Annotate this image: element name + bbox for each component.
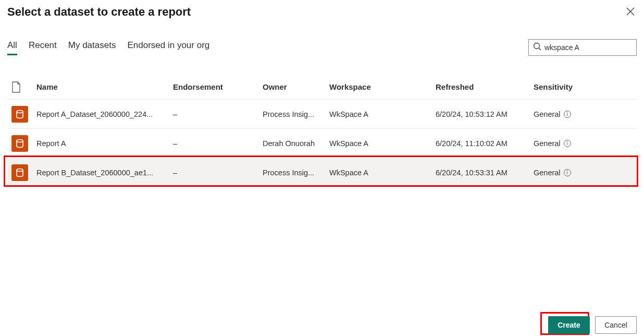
cell-endorsement: – xyxy=(173,169,263,177)
col-header-workspace[interactable]: Workspace xyxy=(329,82,436,91)
cell-workspace: WkSpace A xyxy=(329,110,436,118)
search-box[interactable] xyxy=(528,39,637,56)
col-header-refreshed[interactable]: Refreshed xyxy=(436,82,534,91)
col-header-endorsement[interactable]: Endorsement xyxy=(173,82,263,91)
svg-line-3 xyxy=(539,48,541,50)
cell-refreshed: 6/20/24, 10:53:12 AM xyxy=(436,110,534,118)
info-icon[interactable]: i xyxy=(564,111,571,118)
dialog-title: Select a dataset to create a report xyxy=(7,5,191,19)
cell-workspace: WkSpace A xyxy=(329,139,436,148)
cell-name: Report A_Dataset_2060000_224... xyxy=(36,110,173,118)
svg-point-2 xyxy=(534,43,540,49)
dataset-icon xyxy=(11,164,28,181)
table-row[interactable]: Report B_Dataset_2060000_ae1... – Proces… xyxy=(7,158,637,187)
tab-all[interactable]: All xyxy=(7,40,17,55)
cell-sensitivity: General i xyxy=(534,110,637,118)
cell-sensitivity: General i xyxy=(534,169,637,177)
tab-endorsed[interactable]: Endorsed in your org xyxy=(127,40,209,55)
info-icon[interactable]: i xyxy=(564,169,571,176)
create-button[interactable]: Create xyxy=(548,316,590,334)
tab-my-datasets[interactable]: My datasets xyxy=(68,40,116,55)
info-icon[interactable]: i xyxy=(564,140,571,147)
col-header-name[interactable]: Name xyxy=(36,82,173,91)
cell-workspace: WkSpace A xyxy=(329,169,436,177)
col-header-sensitivity[interactable]: Sensitivity xyxy=(534,82,637,91)
cell-owner: Process Insig... xyxy=(263,110,329,118)
file-icon xyxy=(7,81,36,93)
cell-sensitivity: General i xyxy=(534,139,637,148)
dataset-icon xyxy=(11,106,28,123)
search-icon xyxy=(533,42,541,53)
cell-refreshed: 6/20/24, 11:10:02 AM xyxy=(436,139,534,148)
table-row[interactable]: Report A_Dataset_2060000_224... – Proces… xyxy=(7,100,637,129)
cell-endorsement: – xyxy=(173,139,263,148)
search-input[interactable] xyxy=(544,43,636,52)
table-header: Name Endorsement Owner Workspace Refresh… xyxy=(7,75,637,100)
col-header-owner[interactable]: Owner xyxy=(263,82,329,91)
cell-name: Report A xyxy=(36,139,173,148)
tab-recent[interactable]: Recent xyxy=(29,40,57,55)
table-row[interactable]: Report A – Derah Onuorah WkSpace A 6/20/… xyxy=(7,129,637,158)
svg-point-6 xyxy=(17,169,23,171)
svg-point-4 xyxy=(17,110,23,113)
cancel-button[interactable]: Cancel xyxy=(595,316,637,334)
cell-endorsement: – xyxy=(173,110,263,118)
tabs-list: All Recent My datasets Endorsed in your … xyxy=(7,40,209,55)
cell-owner: Derah Onuorah xyxy=(263,139,329,148)
close-button[interactable] xyxy=(624,5,637,19)
svg-point-5 xyxy=(17,139,23,142)
dataset-icon xyxy=(11,135,28,152)
cell-name: Report B_Dataset_2060000_ae1... xyxy=(36,169,173,177)
cell-owner: Process Insig... xyxy=(263,169,329,177)
cell-refreshed: 6/20/24, 10:53:31 AM xyxy=(436,169,534,177)
close-icon xyxy=(626,9,635,17)
